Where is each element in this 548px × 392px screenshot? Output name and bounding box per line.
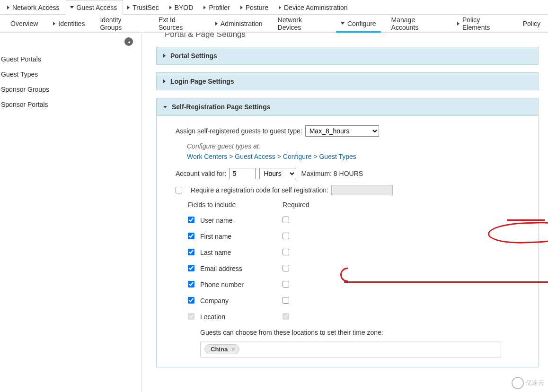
primary-nav: Network Access Guest Access TrustSec BYO… [0, 0, 548, 15]
sidebar-item-label: Sponsor Groups [1, 86, 49, 93]
nav2-ext-id-sources[interactable]: Ext Id Sources [151, 15, 208, 32]
required-phone-checkbox[interactable] [283, 281, 289, 287]
nav2-label: Identities [58, 20, 85, 27]
nav2-label: Policy Elements [462, 16, 508, 31]
field-label: Location [200, 313, 283, 321]
include-phone-checkbox[interactable] [188, 281, 194, 287]
include-username-checkbox[interactable] [188, 217, 194, 223]
caret-right-icon [279, 6, 281, 9]
nav1-label: TrustSec [133, 4, 159, 11]
watermark-text: 亿速云 [526, 379, 544, 387]
nav2-label: Identity Groups [100, 16, 143, 31]
panel-body-self-registration: Assign self-registered guests to guest t… [157, 115, 538, 367]
required-firstname-checkbox[interactable] [283, 233, 289, 239]
nav2-manage-accounts[interactable]: Manage Accounts [384, 15, 450, 32]
required-location-checkbox [283, 313, 289, 320]
caret-down-icon [70, 6, 74, 9]
caret-right-icon [7, 6, 9, 9]
nav1-label: Profiler [209, 4, 230, 11]
nav2-label: Manage Accounts [391, 16, 442, 31]
nav1-network-access[interactable]: Network Access [3, 0, 66, 14]
fields-include-header: Fields to include [188, 201, 283, 209]
required-username-checkbox[interactable] [283, 217, 289, 223]
sidebar-item-guest-portals[interactable]: Guest Portals [0, 52, 141, 67]
panel-login-page-settings: Login Page Settings [156, 72, 539, 90]
nav2-label: Configure [347, 20, 376, 27]
caret-down-icon [341, 22, 345, 25]
field-row-username: User name [188, 212, 524, 228]
nav1-guest-access[interactable]: Guest Access [66, 0, 124, 15]
nav2-configure[interactable]: Configure [333, 15, 384, 32]
include-lastname-checkbox[interactable] [188, 249, 194, 255]
fields-grid: User name First name Last name [188, 212, 524, 325]
include-firstname-checkbox[interactable] [188, 233, 194, 239]
panel-self-registration: Self-Registration Page Settings Assign s… [156, 98, 539, 367]
nav1-label: Posture [246, 4, 268, 11]
panel-title: Self-Registration Page Settings [172, 103, 270, 111]
required-email-checkbox[interactable] [283, 265, 289, 271]
field-label: Phone number [200, 281, 283, 288]
main-content: Portal & Page Settings Portal Settings L… [142, 33, 548, 392]
account-valid-input[interactable] [229, 168, 256, 179]
nav1-posture[interactable]: Posture [236, 0, 274, 14]
nav2-policy-elements[interactable]: Policy Elements [450, 15, 515, 32]
require-code-checkbox[interactable] [176, 187, 182, 193]
nav1-label: Network Access [12, 4, 60, 11]
nav2-label: Overview [10, 20, 38, 27]
sidebar-item-guest-types[interactable]: Guest Types [0, 67, 141, 82]
close-icon[interactable]: × [231, 346, 235, 353]
nav2-overview[interactable]: Overview [3, 15, 45, 32]
required-company-checkbox[interactable] [283, 297, 289, 304]
caret-right-icon [163, 79, 166, 83]
include-location-checkbox [188, 313, 194, 320]
guest-types-breadcrumb-link[interactable]: Work Centers > Guest Access > Configure … [187, 153, 524, 160]
panel-portal-settings: Portal Settings [156, 47, 539, 65]
nav2-network-devices[interactable]: Network Devices [270, 15, 333, 32]
nav2-label: Administration [221, 20, 263, 27]
nav1-label: BYOD [175, 4, 194, 11]
require-code-label: Require a registration code for self reg… [191, 186, 328, 194]
panel-header-login-page-settings[interactable]: Login Page Settings [157, 73, 538, 90]
sidebar-item-label: Sponsor Portals [1, 101, 48, 108]
nav1-label: Device Administration [284, 4, 348, 11]
field-row-email: Email address [188, 261, 524, 277]
panel-header-self-registration[interactable]: Self-Registration Page Settings [157, 98, 538, 115]
caret-right-icon [457, 22, 460, 26]
nav2-identity-groups[interactable]: Identity Groups [92, 15, 151, 32]
nav1-byod[interactable]: BYOD [165, 0, 200, 14]
caret-down-icon [163, 106, 167, 108]
panel-header-portal-settings[interactable]: Portal Settings [157, 47, 538, 64]
field-row-location: Location [188, 309, 524, 325]
nav2-policy[interactable]: Policy [515, 15, 548, 32]
page-title: Portal & Page Settings [165, 33, 539, 39]
fields-required-header: Required [283, 201, 309, 209]
include-company-checkbox[interactable] [188, 297, 194, 304]
field-label: Email address [200, 265, 283, 272]
nav1-trustsec[interactable]: TrustSec [123, 0, 165, 14]
maximum-text: Maximum: 8 HOURS [301, 170, 363, 177]
nav2-label: Ext Id Sources [159, 16, 200, 31]
nav2-administration[interactable]: Administration [208, 15, 270, 32]
include-email-checkbox[interactable] [188, 265, 194, 271]
caret-right-icon [203, 6, 206, 9]
field-label: Company [200, 297, 283, 305]
locations-tag-input[interactable]: China × [200, 341, 501, 357]
nav2-identities[interactable]: Identities [45, 15, 92, 32]
location-tag-china[interactable]: China × [204, 344, 239, 354]
panel-title: Portal Settings [170, 52, 217, 60]
sidebar-collapse-button[interactable]: ◂ [124, 37, 133, 46]
field-label: User name [200, 217, 283, 224]
assign-guest-type-label: Assign self-registered guests to guest t… [176, 127, 302, 135]
account-valid-unit-select[interactable]: Hours [259, 168, 296, 179]
nav1-device-admin[interactable]: Device Administration [274, 0, 354, 14]
required-lastname-checkbox[interactable] [283, 249, 289, 255]
configure-hint: Configure guest types at: [187, 142, 524, 150]
secondary-nav: Overview Identities Identity Groups Ext … [0, 15, 548, 33]
sidebar-item-sponsor-groups[interactable]: Sponsor Groups [0, 82, 141, 97]
nav1-profiler[interactable]: Profiler [199, 0, 236, 14]
guest-type-select[interactable]: Max_8_hours [305, 125, 379, 137]
field-row-firstname: First name [188, 228, 524, 244]
sidebar-item-sponsor-portals[interactable]: Sponsor Portals [0, 97, 141, 112]
sidebar-item-label: Guest Portals [1, 55, 41, 63]
watermark: 亿速云 [512, 377, 544, 389]
